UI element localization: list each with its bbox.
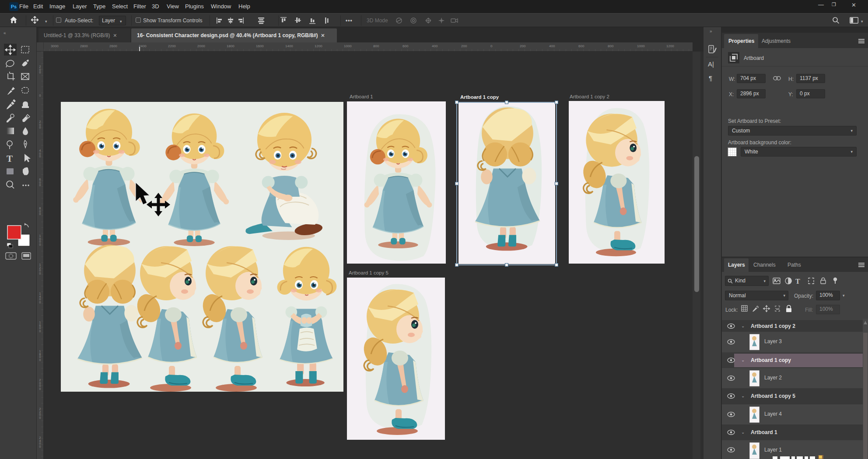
svg-text:Artboard 1: Artboard 1	[350, 94, 373, 99]
svg-text:Artboard 1 copy 5: Artboard 1 copy 5	[349, 270, 388, 275]
svg-text:T: T	[795, 278, 800, 285]
svg-text:T: T	[7, 153, 13, 164]
svg-text:Artboard 1 copy: Artboard 1 copy	[460, 94, 499, 100]
svg-text:Artboard 1 copy 2: Artboard 1 copy 2	[570, 94, 609, 99]
